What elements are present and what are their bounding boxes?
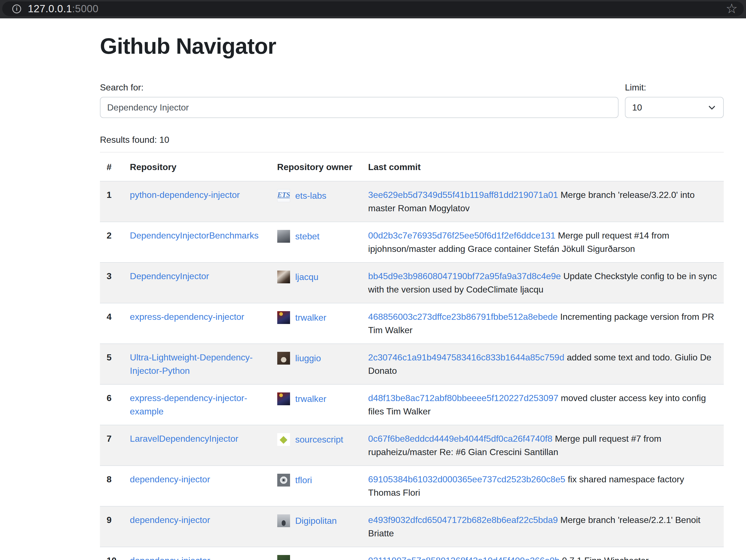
- table-row: 6 express-dependency-injector-example tr…: [100, 384, 724, 425]
- commit-sha-link[interactable]: 00d2b3c7e76935d76f25ee50f6d1f2ef6ddce131: [368, 231, 555, 240]
- repo-link[interactable]: dependency-injector: [130, 515, 210, 525]
- table-row: 5 Ultra-Lightweight-Dependency-Injector-…: [100, 344, 724, 384]
- table-row: 3 DependencyInjector ljacqu bb45d9e3b986…: [100, 262, 724, 303]
- repo-link[interactable]: express-dependency-injector: [130, 312, 245, 322]
- owner-avatar: [277, 270, 290, 283]
- owner-avatar: [277, 514, 290, 527]
- header-repository-owner: Repository owner: [270, 152, 362, 181]
- browser-toolbar: i 127.0.0.1:5000 ☆: [0, 0, 746, 18]
- header-last-commit: Last commit: [362, 152, 724, 181]
- repo-link[interactable]: python-dependency-injector: [130, 190, 240, 200]
- table-row: 2 DependencyInjectorBenchmarks stebet 00…: [100, 222, 724, 262]
- commit-sha-link[interactable]: d48f13be8ac712abf80bbeeee5f120227d253097: [368, 393, 558, 403]
- row-number: 8: [100, 466, 123, 506]
- commit-message: 0.7.1 Finn Winchester: [562, 556, 649, 560]
- commit-sha-link[interactable]: 3ee629eb5d7349d55f41b119aff81dd219071a01: [368, 190, 558, 200]
- table-row: 10 dependency-injector FinnWinchester 02…: [100, 547, 724, 560]
- limit-selected-value: 10: [632, 101, 642, 114]
- header-repository: Repository: [123, 152, 270, 181]
- row-number: 10: [100, 547, 123, 560]
- table-row: 1 python-dependency-injector ETS ets-lab…: [100, 181, 724, 222]
- owner-link[interactable]: ets-labs: [295, 190, 326, 201]
- page-title: Github Navigator: [100, 30, 724, 63]
- owner-avatar: [277, 352, 290, 364]
- owner-link[interactable]: Digipolitan: [295, 516, 337, 526]
- table-row: 7 LaravelDependencyInjector ◆ sourcescri…: [100, 425, 724, 466]
- limit-label: Limit:: [625, 81, 724, 94]
- search-form: Search for: Limit: 10: [100, 81, 724, 118]
- limit-group: Limit: 10: [625, 81, 724, 118]
- commit-sha-link[interactable]: 69105384b61032d000365ee737cd2523b260c8e5: [368, 474, 565, 484]
- table-row: 4 express-dependency-injector trwalker 4…: [100, 303, 724, 344]
- header-num: #: [100, 152, 123, 181]
- search-input[interactable]: [100, 97, 619, 118]
- commit-sha-link[interactable]: bb45d9e3b98608047190bf72a95fa9a37d8c4e9e: [368, 271, 561, 281]
- row-number: 5: [100, 344, 123, 384]
- owner-link[interactable]: liuggio: [295, 353, 321, 363]
- commit-sha-link[interactable]: 02111997e57c85801368f43a10d45f409e266e0b: [368, 556, 560, 560]
- owner-link[interactable]: trwalker: [295, 313, 326, 323]
- owner-avatar: ETS: [277, 189, 290, 202]
- row-number: 9: [100, 506, 123, 547]
- bookmark-star-icon[interactable]: ☆: [726, 2, 738, 15]
- commit-sha-link[interactable]: e493f9032dfcd65047172b682e8b6eaf22c5bda9: [368, 515, 558, 525]
- owner-avatar: [277, 555, 290, 560]
- results-table: # Repository Repository owner Last commi…: [100, 152, 724, 560]
- limit-select[interactable]: 10: [625, 97, 724, 118]
- owner-avatar: ◆: [277, 433, 290, 446]
- page-container: Github Navigator Search for: Limit: 10 R…: [100, 30, 724, 560]
- row-number: 4: [100, 303, 123, 344]
- row-number: 7: [100, 425, 123, 466]
- owner-avatar: [277, 474, 290, 487]
- repo-link[interactable]: express-dependency-injector-example: [130, 393, 248, 416]
- url-host: 127.0.0.1: [28, 3, 72, 14]
- repo-link[interactable]: DependencyInjector: [130, 271, 209, 281]
- commit-sha-link[interactable]: 468856003c273dffce23b86791fbbe512a8ebede: [368, 312, 558, 322]
- repo-link[interactable]: Ultra-Lightweight-Dependency-Injector-Py…: [130, 352, 253, 376]
- commit-sha-link[interactable]: 2c30746c1a91b4947583416c833b1644a85c759d: [368, 352, 565, 362]
- owner-link[interactable]: sourcescript: [295, 435, 343, 444]
- owner-avatar: [277, 311, 290, 324]
- chevron-down-icon: [709, 103, 715, 110]
- owner-link[interactable]: tflori: [295, 475, 312, 485]
- results-count: Results found: 10: [100, 133, 724, 146]
- site-info-icon[interactable]: i: [12, 4, 21, 13]
- owner-avatar: [277, 392, 290, 405]
- owner-link[interactable]: trwalker: [295, 394, 326, 404]
- repo-link[interactable]: dependency-injector: [130, 556, 210, 560]
- table-row: 8 dependency-injector tflori 69105384b61…: [100, 466, 724, 506]
- table-header-row: # Repository Repository owner Last commi…: [100, 152, 724, 181]
- owner-link[interactable]: stebet: [295, 231, 319, 241]
- commit-sha-link[interactable]: 0c67f6be8eddcd4449eb4044f5df0ca26f4740f8: [368, 434, 552, 444]
- url-text: 127.0.0.1:5000: [28, 1, 98, 17]
- search-group: Search for:: [100, 81, 619, 118]
- row-number: 6: [100, 384, 123, 425]
- repo-link[interactable]: dependency-injector: [130, 474, 210, 484]
- repo-link[interactable]: LaravelDependencyInjector: [130, 434, 238, 444]
- address-bar[interactable]: i 127.0.0.1:5000 ☆: [2, 1, 744, 16]
- table-row: 9 dependency-injector Digipolitan e493f9…: [100, 506, 724, 547]
- repo-link[interactable]: DependencyInjectorBenchmarks: [130, 231, 259, 240]
- owner-link[interactable]: ljacqu: [295, 272, 318, 282]
- row-number: 1: [100, 181, 123, 222]
- owner-avatar: [277, 230, 290, 243]
- url-port: :5000: [72, 3, 98, 14]
- row-number: 3: [100, 262, 123, 303]
- results-table-body: 1 python-dependency-injector ETS ets-lab…: [100, 181, 724, 560]
- search-label: Search for:: [100, 81, 619, 94]
- row-number: 2: [100, 222, 123, 262]
